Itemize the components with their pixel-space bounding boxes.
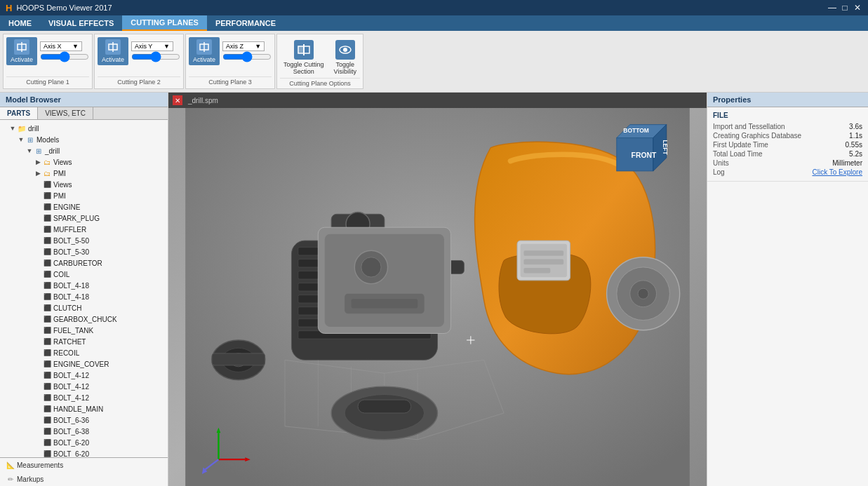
toggle-visibility-button[interactable]: Toggle Visibility xyxy=(330,37,360,78)
property-value: 1.1s xyxy=(849,132,862,140)
window-controls[interactable]: — □ ✕ xyxy=(827,3,862,13)
tree-toggle-models[interactable]: ▼ xyxy=(17,135,25,144)
tab-views-etc[interactable]: VIEWS, ETC xyxy=(38,107,93,119)
svg-rect-36 xyxy=(212,353,265,365)
tree-item-part[interactable]: ⬛ Views xyxy=(0,179,168,190)
tree-toggle-drill-model[interactable]: ▼ xyxy=(25,147,34,155)
tree-item-models[interactable]: ▼ ⊞ Models xyxy=(0,134,168,145)
menu-cutting-planes[interactable]: CUTTING PLANES xyxy=(122,15,207,31)
tree-label-views: Views xyxy=(53,158,72,166)
tree-icon-part: ⬛ xyxy=(42,224,52,234)
cutting-plane-3-slider[interactable] xyxy=(222,53,272,61)
tree-item-part[interactable]: ⬛ BOLT_6-20 xyxy=(0,437,168,448)
tree-item-part[interactable]: ⬛ BOLT_4-12 xyxy=(0,370,168,381)
close-button[interactable]: ✕ xyxy=(853,3,862,13)
tree-item-part[interactable]: ⬛ BOLT_4-12 xyxy=(0,381,168,392)
tree-toggle-pmi[interactable]: ▶ xyxy=(34,169,42,177)
tree-item-part[interactable]: ⬛ COIL xyxy=(0,269,168,280)
tree-item-part[interactable]: ⬛ BOLT_6-20 xyxy=(0,448,168,457)
title-bar-left: H HOOPS Demo Viewer 2017 xyxy=(6,3,112,13)
axis-z-dropdown[interactable]: Axis Z ▼ xyxy=(222,41,265,51)
toggle-cutting-section-button[interactable]: Toggle Cutting Section xyxy=(280,37,328,78)
tree-toggle-part xyxy=(34,382,42,391)
tree-toggle-part xyxy=(34,225,42,234)
menu-bar: HOME VISUAL EFFECTS CUTTING PLANES PERFO… xyxy=(0,15,868,31)
tree-item-part[interactable]: ⬛ SPARK_PLUG xyxy=(0,212,168,224)
tree-icon-part: ⬛ xyxy=(42,415,52,425)
tree-item-part[interactable]: ⬛ BOLT_5-50 xyxy=(0,235,168,246)
svg-rect-43 xyxy=(523,250,563,256)
axis-y-label: Axis Y xyxy=(135,43,152,50)
measurements-item[interactable]: 📐 Measurements xyxy=(0,458,168,472)
ribbon-label-cutting-plane-2: Cutting Plane 2 xyxy=(98,76,180,86)
markups-item[interactable]: ✏ Markups xyxy=(0,472,168,486)
tree-item-part[interactable]: ⬛ GEARBOX_CHUCK xyxy=(0,313,168,325)
tree-label-part: CLUTCH xyxy=(53,304,82,312)
viewport-close-button[interactable]: ✕ xyxy=(173,95,182,105)
tree-item-part[interactable]: ⬛ MUFFLER xyxy=(0,224,168,235)
axis-x-dropdown[interactable]: Axis X ▼ xyxy=(40,41,82,51)
activate-cutting-plane-2[interactable]: Activate xyxy=(98,37,128,65)
tree-item-part[interactable]: ⬛ ENGINE_COVER xyxy=(0,358,168,370)
property-label: Creating Graphics Database xyxy=(713,132,801,140)
tree-label-part: ENGINE_COVER xyxy=(53,360,109,368)
tree-item-part[interactable]: ⬛ BOLT_4-12 xyxy=(0,392,168,403)
cutting-plane-2-slider[interactable] xyxy=(131,53,180,61)
tree-toggle-part xyxy=(34,405,42,413)
svg-rect-29 xyxy=(352,299,418,308)
tree-item-pmi[interactable]: ▶ 🗂 PMI xyxy=(0,168,168,179)
minimize-button[interactable]: — xyxy=(827,3,837,13)
ribbon-group-3-content: Activate Axis Z ▼ xyxy=(189,37,272,76)
tree-label-part: COIL xyxy=(53,271,69,278)
tree-icon-part: ⬛ xyxy=(42,202,52,212)
menu-visual-effects[interactable]: VISUAL EFFECTS xyxy=(40,15,122,31)
tree-label-part: BOLT_6-20 xyxy=(53,439,89,447)
tree-toggle-part xyxy=(34,203,42,211)
tree-item-part[interactable]: ⬛ CARBURETOR xyxy=(0,257,168,269)
menu-performance[interactable]: PERFORMANCE xyxy=(207,15,284,31)
activate-cutting-plane-3[interactable]: Activate xyxy=(189,37,220,65)
tree-item-part[interactable]: ⬛ FUEL_TANK xyxy=(0,325,168,336)
viewport[interactable]: ✕ _drill.spm xyxy=(168,93,707,486)
ribbon-group-cutting-plane-3: Activate Axis Z ▼ Cutting Plane 3 xyxy=(185,34,275,89)
tree-icon-drill: 📁 xyxy=(17,123,27,133)
tree-item-part[interactable]: ⬛ PMI xyxy=(0,190,168,201)
tree-toggle-part xyxy=(34,416,42,424)
tree-item-part[interactable]: ⬛ BOLT_6-36 xyxy=(0,414,168,426)
tree-toggle-drill[interactable]: ▼ xyxy=(8,124,17,133)
tree-item-part[interactable]: ⬛ HANDLE_MAIN xyxy=(0,403,168,414)
tree-icon-models: ⊞ xyxy=(25,135,35,144)
property-value[interactable]: Click To Explore xyxy=(812,168,862,176)
tree-icon-drill-model: ⊞ xyxy=(34,146,44,156)
viewport-tab-label[interactable]: _drill.spm xyxy=(185,96,221,105)
tree-item-part[interactable]: ⬛ RECOIL xyxy=(0,347,168,358)
axis-y-dropdown[interactable]: Axis Y ▼ xyxy=(131,41,173,51)
tree-toggle-part xyxy=(34,371,42,379)
svg-point-27 xyxy=(361,257,381,277)
tree-item-part[interactable]: ⬛ BOLT_4-18 xyxy=(0,280,168,291)
tab-parts[interactable]: PARTS xyxy=(0,107,38,119)
tree-item-part[interactable]: ⬛ BOLT_4-18 xyxy=(0,291,168,302)
menu-home[interactable]: HOME xyxy=(0,15,40,31)
maximize-button[interactable]: □ xyxy=(840,3,850,13)
tree-item-part[interactable]: ⬛ CLUTCH xyxy=(0,302,168,313)
tree-item-drill-root[interactable]: ▼ 📁 drill xyxy=(0,123,168,134)
drill-3d-scene: FRONT BOTTOM LEFT xyxy=(168,108,707,486)
tree-item-views[interactable]: ▶ 🗂 Views xyxy=(0,156,168,168)
model-tree: ▼ 📁 drill ▼ ⊞ Models ▼ ⊞ _drill xyxy=(0,120,168,457)
tree-label-part: HANDLE_MAIN xyxy=(53,405,103,413)
tree-toggle-views[interactable]: ▶ xyxy=(34,158,42,166)
ribbon-group-options-content: Toggle Cutting Section Toggle Visibility xyxy=(280,37,360,78)
tree-toggle-part xyxy=(34,191,42,200)
activate-cutting-plane-1[interactable]: Activate xyxy=(6,37,37,65)
tree-item-part[interactable]: ⬛ BOLT_6-38 xyxy=(0,426,168,437)
tree-item-part[interactable]: ⬛ BOLT_5-30 xyxy=(0,246,168,257)
cutting-plane-1-slider[interactable] xyxy=(40,53,89,61)
tree-item-part[interactable]: ⬛ RATCHET xyxy=(0,336,168,347)
svg-point-40 xyxy=(638,288,648,299)
property-label: Import and Tessellation xyxy=(713,123,785,130)
ribbon-label-cutting-plane-3: Cutting Plane 3 xyxy=(189,76,272,86)
ribbon-label-cutting-plane-1: Cutting Plane 1 xyxy=(6,76,89,86)
tree-item-part[interactable]: ⬛ ENGINE xyxy=(0,201,168,212)
tree-item-drill[interactable]: ▼ ⊞ _drill xyxy=(0,145,168,156)
